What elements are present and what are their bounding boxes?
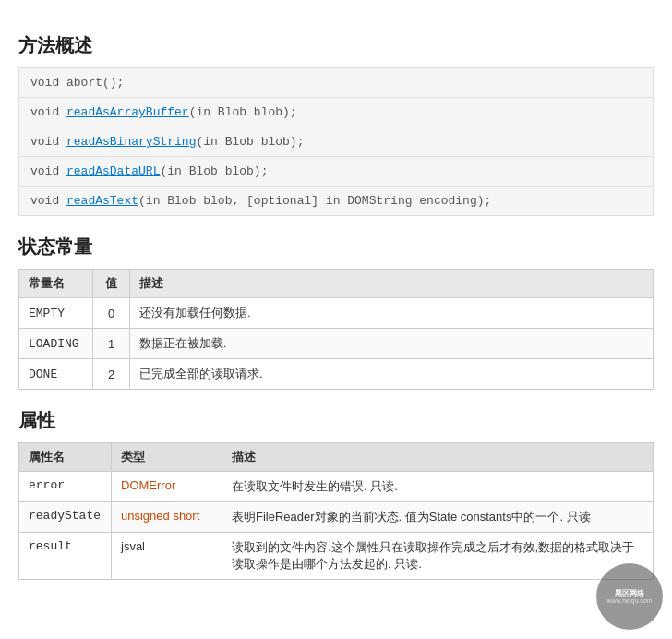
properties-title: 属性 <box>18 408 654 433</box>
prop-type-result-text: jsval <box>121 539 145 553</box>
state-table-header-name: 常量名 <box>19 270 93 298</box>
prop-type-readyState: unsigned short <box>112 502 222 533</box>
prop-desc-readyState: 表明FileReader对象的当前状态. 值为State constants中的… <box>222 502 654 533</box>
method-abort-name: abort(); <box>66 76 124 90</box>
method-item-readAsText: void readAsText(in Blob blob, [optional]… <box>19 187 653 215</box>
method-readAsDataURL-link[interactable]: readAsDataURL <box>66 164 160 178</box>
state-desc-empty: 还没有加载任何数据. <box>130 298 654 329</box>
methods-title: 方法概述 <box>18 33 654 58</box>
method-item-readAsBinaryString: void readAsBinaryString(in Blob blob); <box>19 127 653 157</box>
state-table-header-desc: 描述 <box>130 270 654 298</box>
method-readAsBinaryString-suffix: (in Blob blob); <box>196 135 304 149</box>
state-row-done: DONE 2 已完成全部的读取请求. <box>19 359 654 390</box>
method-readAsArrayBuffer-link[interactable]: readAsArrayBuffer <box>66 105 189 119</box>
prop-name-result: result <box>19 533 112 580</box>
method-item-readAsArrayBuffer: void readAsArrayBuffer(in Blob blob); <box>19 98 653 127</box>
prop-type-readyState-link[interactable]: unsigned short <box>121 509 199 523</box>
method-readAsDataURL-suffix: (in Blob blob); <box>160 164 268 178</box>
state-row-loading: LOADING 1 数据正在被加载. <box>19 329 654 359</box>
state-val-loading: 1 <box>93 329 130 359</box>
state-val-done: 2 <box>93 359 130 390</box>
watermark: 黑区网络 www.heiqu.com <box>596 563 663 613</box>
prop-table-header-type: 类型 <box>112 443 222 472</box>
prop-type-error-link[interactable]: DOMError <box>121 478 175 492</box>
prop-type-result: jsval <box>112 533 222 580</box>
method-list: void abort(); void readAsArrayBuffer(in … <box>18 67 654 216</box>
state-name-done: DONE <box>19 359 93 390</box>
prop-desc-result: 读取到的文件内容.这个属性只在读取操作完成之后才有效,数据的格式取决于读取操作是… <box>222 533 654 580</box>
prop-name-readyState: readyState <box>19 502 112 533</box>
prop-row-readyState: readyState unsigned short 表明FileReader对象… <box>19 502 654 533</box>
method-item-readAsDataURL: void readAsDataURL(in Blob blob); <box>19 157 653 187</box>
state-constants-title: 状态常量 <box>18 235 654 259</box>
method-item-abort: void abort(); <box>19 68 653 98</box>
prop-desc-error: 在读取文件时发生的错误. 只读. <box>222 472 654 502</box>
state-desc-loading: 数据正在被加载. <box>130 329 654 359</box>
prop-row-result: result jsval 读取到的文件内容.这个属性只在读取操作完成之后才有效,… <box>19 533 654 580</box>
prop-row-error: error DOMError 在读取文件时发生的错误. 只读. <box>19 472 654 502</box>
method-readAsText-link[interactable]: readAsText <box>66 194 138 208</box>
state-row-empty: EMPTY 0 还没有加载任何数据. <box>19 298 654 329</box>
state-desc-done: 已完成全部的读取请求. <box>130 359 654 390</box>
state-constants-table: 常量名 值 描述 EMPTY 0 还没有加载任何数据. LOADING 1 数据… <box>18 269 654 390</box>
method-readAsText-suffix: (in Blob blob, [optional] in DOMString e… <box>138 194 491 208</box>
prop-table-header-name: 属性名 <box>19 443 112 472</box>
state-name-empty: EMPTY <box>19 298 93 329</box>
prop-type-error: DOMError <box>112 472 222 502</box>
state-name-loading: LOADING <box>19 329 93 359</box>
prop-table-header-desc: 描述 <box>222 443 654 472</box>
method-readAsArrayBuffer-suffix: (in Blob blob); <box>189 105 297 119</box>
state-table-header-value: 值 <box>93 270 130 298</box>
method-void-keyword-3: void <box>30 135 66 149</box>
method-void-keyword-5: void <box>30 194 66 208</box>
method-void-keyword-2: void <box>30 105 66 119</box>
prop-name-error: error <box>19 472 112 502</box>
properties-table: 属性名 类型 描述 error DOMError 在读取文件时发生的错误. 只读… <box>18 442 654 580</box>
method-void-keyword: void <box>30 76 66 90</box>
state-val-empty: 0 <box>93 298 130 329</box>
method-readAsBinaryString-link[interactable]: readAsBinaryString <box>66 135 196 149</box>
method-void-keyword-4: void <box>30 164 66 178</box>
